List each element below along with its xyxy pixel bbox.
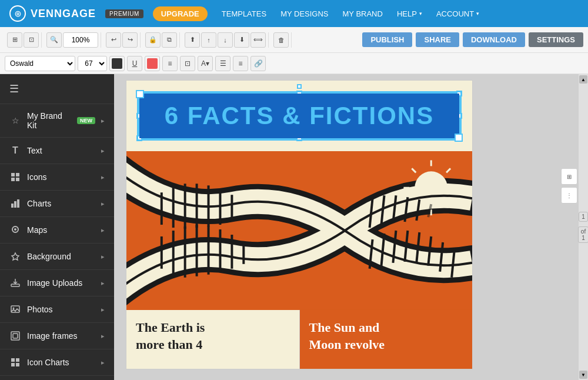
extra-side-buttons: ⊞ ⋮	[561, 168, 579, 204]
nav-account[interactable]: ACCOUNT ▾	[436, 9, 479, 18]
canvas-content: 6 FACTS & FICTIONS	[126, 80, 557, 369]
sidebar-label-charts: Charts	[27, 199, 95, 208]
nav-templates[interactable]: TEMPLATES	[222, 9, 266, 18]
svg-rect-18	[126, 151, 472, 309]
sidebar-item-photos[interactable]: Photos ▸	[0, 296, 114, 323]
chevron-icon-6: ▸	[101, 279, 105, 287]
font-color-swatch[interactable]	[109, 56, 125, 71]
photos-icon	[9, 304, 21, 315]
color-swatch-inner	[112, 58, 122, 69]
list-btn[interactable]: ☰	[215, 56, 230, 71]
svg-rect-6	[17, 199, 19, 208]
nav-links: TEMPLATES MY DESIGNS MY BRAND HELP ▾ ACC…	[222, 9, 479, 18]
up-most-btn[interactable]: ⬆	[185, 32, 200, 48]
icons-icon	[9, 171, 21, 183]
pages-btn[interactable]: ⊞	[7, 32, 22, 48]
arrange-tools: ⬆ ↑ ↓ ⬇ ⟺	[182, 32, 269, 48]
sidebar-item-maps[interactable]: Maps ▸	[0, 217, 114, 244]
svg-point-34	[415, 171, 447, 204]
list2-btn[interactable]: ≡	[233, 56, 248, 71]
side-btn-1[interactable]: ⊞	[561, 168, 577, 185]
svg-rect-15	[16, 358, 19, 362]
svg-rect-13	[13, 334, 18, 338]
bottom-left-cell: The Earth ismore than 4	[126, 310, 300, 369]
sidebar-item-text[interactable]: T Text ▸	[0, 138, 114, 164]
chevron-icon-5: ▸	[101, 253, 105, 261]
sidebar-label-icon-charts: Icon Charts	[27, 358, 95, 367]
align-dropdown-btn[interactable]: ⊡	[180, 56, 195, 71]
highlight-color-swatch[interactable]	[145, 56, 160, 71]
sidebar-label-text: Text	[27, 146, 95, 155]
sidebar-item-icons[interactable]: Icons ▸	[0, 164, 114, 191]
chevron-icon-1: ▸	[101, 147, 105, 155]
premium-badge: PREMIUM	[105, 9, 143, 18]
sidebar-item-icon-charts[interactable]: Icon Charts ▸	[0, 349, 114, 376]
redo-btn[interactable]: ↪	[122, 32, 138, 48]
vertical-scrollbar[interactable]: ▲ 1 of 1 ▼	[579, 74, 588, 380]
upgrade-button[interactable]: UPGRADE	[153, 6, 208, 21]
zoom-input[interactable]: 100%	[63, 32, 98, 48]
side-btn-2[interactable]: ⋮	[561, 187, 577, 204]
scroll-down-arrow[interactable]: ▼	[579, 371, 587, 379]
upload-icon	[9, 277, 21, 289]
grid-btn[interactable]: ⊡	[24, 32, 39, 48]
rotation-handle[interactable]	[297, 84, 302, 89]
sidebar-item-image-uploads[interactable]: Image Uploads ▸	[0, 270, 114, 296]
view-tools: ⊞ ⊡	[5, 32, 42, 48]
flip-btn[interactable]: ⟺	[250, 32, 266, 48]
undo-btn[interactable]: ↩	[106, 32, 121, 48]
sidebar-item-background[interactable]: Background ▸	[0, 244, 114, 270]
font-size-select[interactable]: 67	[78, 56, 107, 71]
nav-help[interactable]: HELP ▾	[397, 9, 422, 18]
main-toolbar: ⊞ ⊡ 🔍 100% ↩ ↪ 🔒 ⧉ ⬆ ↑ ↓ ⬇ ⟺ 🗑 PUBLISH S…	[0, 27, 588, 53]
sidebar-label-my-brand-kit: My Brand Kit	[27, 111, 71, 130]
chevron-icon-9: ▸	[101, 359, 105, 366]
align-left-btn[interactable]: ≡	[162, 56, 178, 71]
nav-my-brand[interactable]: MY BRAND	[343, 9, 383, 18]
title-box[interactable]: 6 FACTS & FICTIONS	[139, 94, 459, 138]
chevron-icon-2: ▸	[101, 174, 105, 181]
canvas-title: 6 FACTS & FICTIONS	[165, 102, 434, 129]
page-number: 1	[579, 212, 588, 222]
down-most-btn[interactable]: ⬇	[234, 32, 249, 48]
font-family-select[interactable]: Oswald	[5, 56, 75, 71]
underline-btn[interactable]: U	[127, 56, 142, 71]
delete-btn[interactable]: 🗑	[273, 32, 289, 48]
download-button[interactable]: DOWNLOAD	[463, 32, 525, 47]
top-navigation: ◎ VENNGAGE PREMIUM UPGRADE TEMPLATES MY …	[0, 0, 588, 27]
lock-btn[interactable]: 🔒	[145, 32, 161, 48]
nav-my-designs[interactable]: MY DESIGNS	[280, 9, 328, 18]
canvas-area: ▲ 1 of 1 ▼ ⊞ ⋮	[114, 74, 588, 380]
text-icon: T	[9, 145, 21, 156]
share-button[interactable]: SHARE	[416, 32, 459, 47]
main-layout: ☰ ☆ My Brand Kit NEW ▸ T Text ▸ Icons ▸ …	[0, 74, 588, 380]
maps-icon	[9, 224, 21, 236]
zoom-group: 🔍 100%	[44, 32, 101, 48]
logo[interactable]: ◎ VENNGAGE	[9, 5, 96, 22]
bottom-right-text: The Sun andMoon revolve	[309, 319, 463, 353]
scroll-up-arrow[interactable]: ▲	[579, 75, 587, 84]
settings-button[interactable]: SETTINGS	[529, 32, 583, 47]
size-dropdown-btn[interactable]: A▾	[198, 56, 213, 71]
sidebar-item-charts[interactable]: Charts ▸	[0, 191, 114, 217]
copy-btn[interactable]: ⧉	[162, 32, 177, 48]
up-btn[interactable]: ↑	[201, 32, 216, 48]
link-btn[interactable]: 🔗	[250, 56, 266, 71]
sidebar-label-photos: Photos	[27, 305, 95, 314]
zoom-icon-btn[interactable]: 🔍	[46, 32, 62, 48]
sidebar-label-icons: Icons	[27, 172, 95, 182]
dna-section	[126, 151, 472, 310]
icon-charts-icon	[9, 356, 21, 368]
delete-tools: 🗑	[271, 32, 292, 48]
logo-icon: ◎	[9, 5, 26, 22]
highlight-swatch-inner	[147, 58, 158, 69]
sidebar-hamburger[interactable]: ☰	[0, 74, 114, 104]
charts-icon	[9, 198, 21, 209]
sidebar-item-my-brand-kit[interactable]: ☆ My Brand Kit NEW ▸	[0, 104, 114, 138]
sidebar-label-image-uploads: Image Uploads	[27, 278, 95, 288]
sidebar-item-image-frames[interactable]: Image frames ▸	[0, 323, 114, 349]
sidebar-item-interactive[interactable]: Interactive ▸	[0, 376, 114, 380]
page-total: of 1	[578, 226, 588, 243]
down-btn[interactable]: ↓	[218, 32, 233, 48]
publish-button[interactable]: PUBLISH	[362, 32, 412, 47]
